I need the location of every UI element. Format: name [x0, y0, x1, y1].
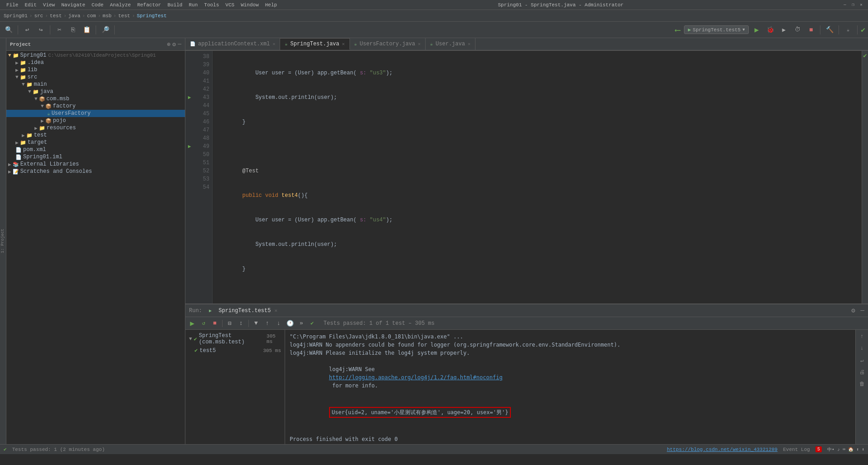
run-config-selector[interactable]: ▶ SpringTest.test5 ▼: [684, 25, 749, 34]
sidebar-sync-icon[interactable]: ⊕: [167, 41, 171, 48]
run-tab-name[interactable]: SpringTest.test5: [218, 308, 271, 314]
tree-resources[interactable]: ▶ 📁 resources: [6, 124, 185, 132]
tab-user-close[interactable]: ✕: [468, 41, 470, 47]
run-sort-button[interactable]: ↕: [236, 318, 246, 328]
menu-window[interactable]: Window: [238, 2, 262, 8]
tree-idea[interactable]: ▶ 📁 .idea: [6, 59, 185, 66]
run-scroll-down-button[interactable]: ↓: [857, 343, 867, 353]
tree-iml[interactable]: 📄 Spring01.iml: [6, 153, 185, 161]
profile-button[interactable]: ⏱: [791, 24, 803, 36]
menu-refactor[interactable]: Refactor: [135, 2, 164, 8]
run-print-button[interactable]: 🖨: [857, 367, 867, 377]
tab-springtest-close[interactable]: ✕: [342, 41, 345, 47]
tab-applicationcontext-close[interactable]: ✕: [272, 41, 275, 47]
find-button[interactable]: 🔎: [99, 24, 111, 36]
breadcrumb-test2[interactable]: test: [118, 13, 130, 19]
tree-java[interactable]: ▼ 📁 java: [6, 88, 185, 95]
breadcrumb-test[interactable]: test: [50, 13, 62, 19]
undo-button[interactable]: ↩: [21, 24, 33, 36]
tree-lib[interactable]: ▶ 📁 lib: [6, 66, 185, 73]
menu-navigate[interactable]: Navigate: [58, 2, 88, 8]
run-tree-test5[interactable]: ✔ test5 305 ms: [187, 346, 283, 355]
stop-button[interactable]: ■: [805, 24, 817, 36]
run-rerun-button[interactable]: ↺: [199, 318, 209, 328]
menu-help[interactable]: Help: [262, 2, 280, 8]
tree-pojo[interactable]: ▶ 📦 pojo: [6, 117, 185, 124]
run-settings-icon[interactable]: ⚙: [851, 307, 855, 314]
menu-vcs[interactable]: VCS: [223, 2, 237, 8]
status-bar-url[interactable]: https://blog.csdn.net/weixin_43321289: [667, 447, 777, 452]
copy-button[interactable]: ⎘: [67, 24, 79, 36]
run-clear-button[interactable]: 🗑: [857, 379, 867, 389]
run-config-dropdown-icon[interactable]: ▼: [742, 28, 745, 32]
run-export-button[interactable]: »: [296, 318, 306, 328]
paste-button[interactable]: 📋: [81, 24, 92, 36]
tree-main[interactable]: ▼ 📁 main: [6, 81, 185, 88]
tree-usersfactory[interactable]: ☕ UsersFactory: [6, 110, 185, 117]
debug-button[interactable]: 🐞: [764, 24, 776, 36]
tree-pom[interactable]: 📄 pom.xml: [6, 146, 185, 153]
menu-view[interactable]: View: [40, 2, 58, 8]
menu-edit[interactable]: Edit: [22, 2, 39, 8]
tree-spring01[interactable]: ▼ 📁 Spring01 C:\Users\82410\IdeaProjects…: [6, 52, 185, 59]
menu-code[interactable]: Code: [89, 2, 106, 8]
tree-target[interactable]: ▶ 📁 target: [6, 139, 185, 146]
search-everywhere-button[interactable]: 🔍: [3, 24, 15, 36]
tab-applicationcontext[interactable]: 📄 applicationContext.xml ✕: [185, 38, 280, 50]
breadcrumb-msb[interactable]: msb: [102, 13, 112, 19]
tree-test[interactable]: ▶ 📁 test: [6, 132, 185, 139]
project-vertical-label[interactable]: 1: Project: [0, 226, 6, 256]
tab-springtest[interactable]: ☕ SpringTest.java ✕: [280, 38, 349, 50]
run-clock-button[interactable]: 🕐: [285, 318, 295, 328]
redo-button[interactable]: ↪: [35, 24, 47, 36]
run-prev-button[interactable]: ↑: [262, 318, 272, 328]
sidebar-settings-icon[interactable]: ⚙: [172, 41, 176, 48]
menu-tools[interactable]: Tools: [201, 2, 222, 8]
status-bar-event-log[interactable]: Event Log: [783, 447, 810, 452]
tree-factory[interactable]: ▼ 📦 factory: [6, 103, 185, 110]
tab-usersfactory[interactable]: ☕ UsersFactory.java ✕: [350, 38, 426, 50]
run-gutter-49[interactable]: ▶: [186, 142, 193, 151]
tree-com-msb[interactable]: ▼ 📦 com.msb: [6, 95, 185, 103]
log4j-link[interactable]: http://logging.apache.org/log4j/1.2/faq.…: [329, 374, 503, 381]
tab-user[interactable]: ☕ User.java ✕: [426, 38, 475, 50]
run-stop-button[interactable]: ■: [210, 318, 220, 328]
breadcrumb-src[interactable]: src: [34, 13, 43, 19]
tree-src[interactable]: ▼ 📁 src: [6, 73, 185, 81]
menu-build[interactable]: Build: [165, 2, 185, 8]
close-button[interactable]: ✕: [858, 2, 864, 8]
run-button[interactable]: ▶: [751, 24, 762, 36]
run-back-button[interactable]: ⟵: [675, 25, 680, 35]
minimize-button[interactable]: ─: [842, 2, 848, 8]
run-next-button[interactable]: ↓: [274, 318, 284, 328]
run-soft-wrap-button[interactable]: ↵: [857, 355, 867, 365]
run-scroll-up-button[interactable]: ↑: [857, 332, 867, 342]
run-tab-close[interactable]: ✕: [274, 308, 277, 313]
run-play-button[interactable]: ▶: [187, 318, 197, 328]
run-toggle-tree-button[interactable]: ⊟: [225, 318, 235, 328]
window-controls[interactable]: ─ ❐ ✕: [842, 2, 864, 8]
breadcrumb-active[interactable]: SpringTest: [137, 13, 167, 19]
menu-analyze[interactable]: Analyze: [107, 2, 133, 8]
run-tree-springtest[interactable]: ▼ ✔ SpringTest (com.msb.test) 305 ms: [187, 332, 283, 346]
breadcrumb-spring01[interactable]: Spring01: [4, 13, 28, 19]
breadcrumb-java[interactable]: java: [68, 13, 80, 19]
menu-run[interactable]: Run: [186, 2, 200, 8]
menu-bar[interactable]: File Edit View Navigate Code Analyze Ref…: [4, 2, 280, 8]
menu-file[interactable]: File: [4, 2, 21, 8]
run-coverage-button[interactable]: ▶: [778, 24, 790, 36]
sidebar-minimize-icon[interactable]: ─: [178, 41, 181, 48]
build-button[interactable]: 🔨: [824, 24, 835, 36]
sdk-button[interactable]: ☕: [842, 24, 854, 36]
code-content[interactable]: User user = (User) app.getBean( s: "us3"…: [213, 51, 862, 303]
run-filter-button[interactable]: ▼: [251, 318, 261, 328]
cut-button[interactable]: ✂: [53, 24, 65, 36]
run-gutter-43[interactable]: ▶: [186, 93, 193, 102]
sidebar-icons[interactable]: ⊕ ⚙ ─: [167, 41, 181, 48]
tree-external-libs[interactable]: ▶ 📚 External Libraries: [6, 161, 185, 168]
tree-scratches[interactable]: ▶ 📝 Scratches and Consoles: [6, 168, 185, 175]
restore-button[interactable]: ❐: [850, 2, 856, 8]
run-minimize-icon[interactable]: ─: [861, 307, 864, 314]
breadcrumb-com[interactable]: com: [87, 13, 96, 19]
tab-usersfactory-close[interactable]: ✕: [418, 41, 421, 47]
